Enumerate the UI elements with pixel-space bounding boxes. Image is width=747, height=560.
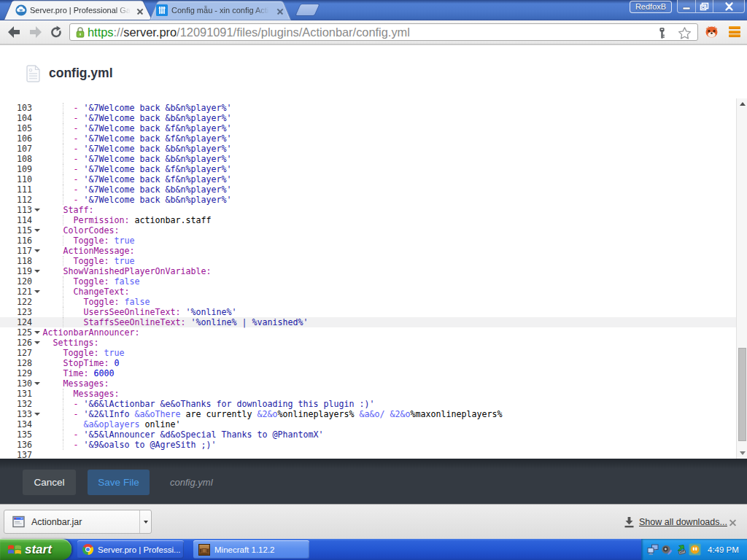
code-text: ActionbarAnnouncer:: [43, 327, 140, 338]
code-text: Time: 6000: [43, 368, 115, 378]
tab-serverpro[interactable]: Server.pro | Professional Ga: [15, 3, 145, 18]
line-number: 115: [0, 225, 32, 236]
browser-toolbar: https://server.pro/12091091/files/plugin…: [0, 20, 747, 44]
line-number: 121: [0, 287, 32, 297]
scroll-down-arrow[interactable]: [737, 448, 747, 459]
code-text: - '&7Welcome back &f&n%player%': [43, 164, 232, 174]
tab-config[interactable]: Config mẫu - xin config Actio: [156, 4, 271, 17]
reload-icon[interactable]: [49, 26, 63, 39]
code-text: - '&7Welcome back &b&n%player%': [43, 113, 232, 123]
code-text: - '&7Welcome back &b&n%player%': [43, 154, 232, 164]
fold-arrow-icon[interactable]: [32, 225, 43, 236]
redpanda-extension-icon[interactable]: [704, 24, 719, 39]
scroll-up-arrow[interactable]: [737, 98, 747, 109]
fold-gutter: [32, 184, 43, 195]
code-line: 119 ShowVanishedPlayerOnVariable:: [0, 266, 736, 276]
file-header: config.yml: [0, 45, 747, 103]
fold-arrow-icon[interactable]: [32, 378, 43, 389]
line-number: 133: [0, 409, 32, 419]
back-icon[interactable]: [7, 26, 21, 39]
code-line: 121 ChangeText:: [0, 287, 736, 297]
menu-icon[interactable]: [729, 26, 740, 38]
line-number: 107: [0, 144, 32, 154]
line-number: 128: [0, 358, 32, 368]
code-line: 132 - '&6&lActionbar &e&oThanks for down…: [0, 399, 736, 409]
downloads-close-icon[interactable]: [728, 518, 738, 527]
code-text: Toggle: true: [43, 256, 135, 266]
url-host: server.pro: [123, 26, 177, 39]
downloads-bar: Actionbar.jar Show all downloads...: [0, 504, 747, 539]
code-text: - '&7Welcome back &b&n%player%': [43, 144, 232, 154]
fold-gutter: [32, 429, 43, 440]
page-title: config.yml: [49, 66, 113, 81]
download-item[interactable]: Actionbar.jar: [4, 510, 152, 534]
code-text: &a&oplayers online': [43, 419, 181, 429]
line-number: 109: [0, 164, 32, 174]
key-icon[interactable]: [657, 27, 667, 39]
fold-gutter: [32, 164, 43, 174]
fold-arrow-icon[interactable]: [32, 409, 43, 419]
fold-arrow-icon[interactable]: [32, 266, 43, 276]
code-editor[interactable]: 103 - '&7Welcome back &b&n%player%'104 -…: [0, 103, 747, 459]
code-text: - '&7Welcome back &b&n%player%': [43, 103, 232, 113]
close-button[interactable]: [713, 0, 744, 12]
show-all-downloads-link[interactable]: Show all downloads...: [639, 505, 727, 540]
editing-filename: config.yml: [170, 477, 213, 488]
profile-button[interactable]: RedfoxB: [630, 1, 672, 13]
code-text: - '&9&oalso to @AgreSith ;)': [43, 440, 217, 450]
fold-arrow-icon[interactable]: [32, 327, 43, 338]
filter-sliders-favicon: [156, 4, 168, 16]
network-tray-icon[interactable]: [647, 544, 659, 556]
fold-gutter: [32, 256, 43, 266]
code-line: 107 - '&7Welcome back &b&n%player%': [0, 144, 736, 154]
code-line: 136 - '&9&oalso to @AgreSith ;)': [0, 440, 736, 450]
safely-remove-tray-icon[interactable]: [675, 544, 686, 556]
code-text: Toggle: true: [43, 348, 125, 358]
line-number: 105: [0, 123, 32, 133]
code-text: StaffsSeeOnlineText: '%online% | %vanish…: [43, 317, 309, 327]
volume-tray-icon[interactable]: [661, 544, 673, 556]
fold-arrow-icon[interactable]: [32, 205, 43, 215]
cancel-button[interactable]: Cancel: [23, 470, 76, 495]
start-button[interactable]: start: [0, 539, 71, 560]
tab-close-icon[interactable]: [275, 7, 285, 16]
taskbar-button-label: Minecraft 1.12.2: [214, 545, 274, 554]
scrollbar-thumb[interactable]: [738, 348, 746, 441]
restore-icon: [700, 2, 709, 11]
new-tab-button[interactable]: [296, 4, 320, 15]
taskbar-clock: 4:49 PM: [708, 545, 739, 554]
address-bar[interactable]: https://server.pro/12091091/files/plugin…: [69, 23, 698, 41]
taskbar-button-minecraft[interactable]: Minecraft 1.12.2: [193, 540, 309, 559]
code-text: Staff:: [43, 205, 94, 215]
code-text: - '&2&lInfo &a&oThere are currently &2&o…: [43, 409, 503, 419]
code-line: 115 ColorCodes:: [0, 225, 736, 236]
tab-close-icon[interactable]: [135, 7, 144, 16]
fold-arrow-icon[interactable]: [32, 287, 43, 297]
restore-button[interactable]: [695, 0, 713, 12]
fold-arrow-icon[interactable]: [32, 246, 43, 256]
code-line: 127 Toggle: true: [0, 348, 736, 358]
forward-icon[interactable]: [28, 26, 43, 39]
line-number: 136: [0, 440, 32, 450]
url-path: /12091091/files/plugins/Actionbar/config…: [177, 26, 410, 39]
fold-gutter: [32, 297, 43, 307]
unikey-tray-icon[interactable]: [689, 543, 701, 556]
minimize-button[interactable]: [678, 0, 695, 12]
download-menu-caret[interactable]: [139, 510, 151, 533]
bookmark-star-icon[interactable]: [678, 26, 692, 40]
code-text: UsersSeeOnlineText: '%online%': [43, 307, 237, 317]
download-filename: Actionbar.jar: [31, 517, 82, 527]
jar-file-icon: [12, 516, 25, 528]
taskbar-button-serverpro[interactable]: Server.pro | Professi...: [77, 540, 184, 559]
tab-title: Config mẫu - xin config Actio: [171, 6, 269, 15]
code-line: 114 Permission: actionbar.staff: [0, 215, 736, 225]
save-file-button[interactable]: Save File: [88, 470, 150, 495]
page-content: config.yml 103 - '&7Welcome back &b&n%pl…: [0, 45, 747, 459]
code-line: 111 - '&7Welcome back &b&n%player%': [0, 184, 736, 195]
code-line: 113 Staff:: [0, 205, 736, 215]
fold-arrow-icon[interactable]: [32, 338, 43, 348]
code-line: 134 &a&oplayers online': [0, 419, 736, 429]
fold-gutter: [32, 419, 43, 429]
fold-gutter: [32, 123, 43, 133]
code-text: Messages:: [43, 378, 109, 389]
